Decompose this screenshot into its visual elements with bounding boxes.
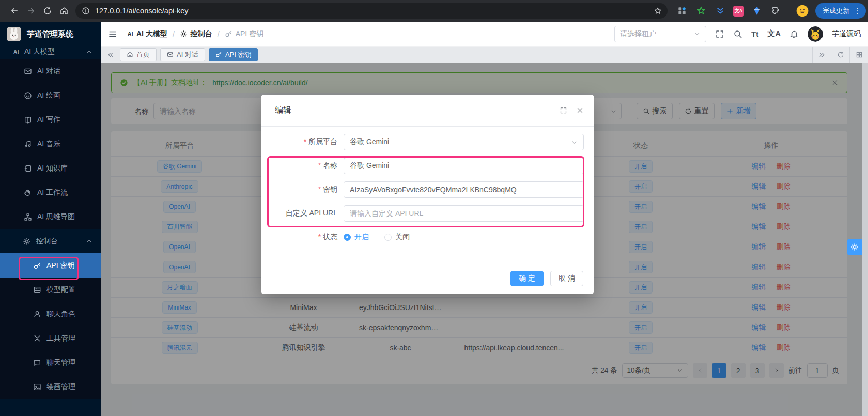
gear-icon [23,237,31,245]
address-bar[interactable]: 127.0.0.1/ai/console/api-key [75,3,668,19]
tenant-select[interactable]: 请选择租户 [614,26,706,42]
sidebar-group-ai[interactable]: AI AI 大模型 [0,44,101,59]
field-status: 状态 开启 关闭 [270,229,584,245]
chevron-down-icon [694,30,701,37]
browser-toolbar: 127.0.0.1/ai/console/api-key 文A 完成更新⋮ [0,0,868,22]
name-label: 名称 [270,161,344,171]
scrollbar[interactable] [862,63,868,416]
settings-drawer-button[interactable] [847,239,862,255]
ai-badge-icon: AI [128,31,133,37]
dialog-close-icon[interactable] [576,106,584,114]
bell-icon[interactable] [789,29,799,39]
fullscreen-icon[interactable] [715,29,724,39]
breadcrumb: AIAI 大模型 / 控制台 / API 密钥 [128,29,264,39]
user-avatar[interactable] [808,26,823,42]
language-icon[interactable]: 文A [767,29,781,39]
bookmark-star-icon[interactable] [651,4,664,18]
hand-icon [24,189,32,197]
sidebar-item-map[interactable]: AI 思维导图 [0,205,101,229]
menu-fold-icon[interactable] [105,26,120,42]
browser-forward-icon[interactable] [23,3,39,19]
sidebar-item-face[interactable]: AI 绘画 [0,83,101,107]
tabs-scroll-left-icon[interactable] [105,48,116,61]
name-input[interactable] [344,158,584,174]
browser-reload-icon[interactable] [39,3,56,19]
gear-icon [180,30,188,38]
profile-emoji-avatar[interactable] [796,5,809,17]
sidebar-item-chat[interactable]: 聊天管理 [0,350,101,375]
url-input[interactable] [344,205,584,222]
tabs-scroll-right-icon[interactable] [812,47,831,63]
chrome-update-button[interactable]: 完成更新⋮ [815,3,866,19]
edit-dialog: 编辑 所属平台 谷歌 Gemini [261,95,594,294]
extensions-puzzle-icon[interactable] [770,5,782,17]
username[interactable]: 芋道源码 [832,29,861,39]
field-url: 自定义 API URL [270,205,584,222]
sidebar: 芋道管理系统 AI AI 大模型 AI 对话 AI 绘画 AI 写作 AI 音乐… [0,22,101,416]
key-input[interactable] [344,181,584,198]
extension-translate-icon[interactable]: 文A [733,6,744,17]
gear-icon [850,243,859,251]
chat-icon [33,359,41,367]
breadcrumb-api-key: API 密钥 [225,29,264,39]
tabs-refresh-icon[interactable] [831,47,849,63]
platform-select[interactable]: 谷歌 Gemini [344,134,584,150]
chevron-up-icon [86,238,92,244]
sidebar-item-abacus[interactable]: 模型配置 [0,278,101,302]
mail-icon [24,67,32,75]
sidebar-item-hand[interactable]: AI 工作流 [0,180,101,205]
cancel-button[interactable]: 取 消 [550,271,583,286]
chevron-up-icon [86,49,92,55]
content-area: 【AI 手册】文档地址： https://doc.iocoder.cn/ai/b… [101,63,868,416]
browser-extensions-area: 文A 完成更新⋮ [676,3,866,19]
dialog-title: 编辑 [275,105,291,116]
sidebar-item-music[interactable]: AI 音乐 [0,132,101,156]
platform-label: 所属平台 [270,137,344,147]
extension-grid-icon[interactable] [676,5,688,17]
breadcrumb-ai[interactable]: AIAI 大模型 [128,29,167,39]
breadcrumb-console[interactable]: 控制台 [180,29,212,39]
sidebar-item-book[interactable]: AI 写作 [0,107,101,132]
browser-home-icon[interactable] [56,3,72,19]
extension-chevrons-icon[interactable] [714,5,726,17]
dialog-fullscreen-icon[interactable] [560,106,567,114]
sidebar-item-note[interactable]: AI 知识库 [0,156,101,180]
site-info-icon[interactable] [82,7,90,15]
tab-ai-chat[interactable]: AI 对话 [160,48,205,61]
app-logo[interactable]: 芋道管理系统 [0,22,101,47]
book-icon [24,116,32,124]
sidebar-group-console[interactable]: 控制台 [0,229,101,253]
tabs-layout-icon[interactable] [849,47,868,63]
tools-icon [33,334,41,343]
sidebar-item-person[interactable]: 聊天角色 [0,302,101,326]
status-label: 状态 [270,233,344,242]
sidebar-item-key[interactable]: API 密钥 [0,253,101,278]
abacus-icon [33,286,41,294]
confirm-button[interactable]: 确 定 [510,271,544,286]
note-icon [24,164,32,173]
tab-bar: 首页 AI 对话 API 密钥 [101,47,868,63]
sidebar-item-tools[interactable]: 工具管理 [0,326,101,350]
breadcrumb-separator: / [218,30,220,38]
url-text[interactable]: 127.0.0.1/ai/console/api-key [95,7,646,15]
status-radio-on[interactable]: 开启 [344,233,369,242]
status-radio-off[interactable]: 关闭 [384,233,410,242]
divider [789,6,789,16]
sidebar-item-img[interactable]: 绘画管理 [0,375,101,399]
sidebar-item-mail[interactable]: AI 对话 [0,59,101,83]
key-icon [33,261,41,270]
extension-gem-icon[interactable] [751,5,763,17]
field-key: 密钥 [270,181,584,198]
page: 127.0.0.1/ai/console/api-key 文A 完成更新⋮ 芋道… [0,0,868,416]
img-icon [33,383,41,391]
browser-menu-icon[interactable]: ⋮ [854,6,861,16]
tab-home[interactable]: 首页 [120,48,157,61]
tab-api-key[interactable]: API 密钥 [209,48,258,61]
search-icon[interactable] [733,29,742,39]
browser-back-icon[interactable] [6,3,23,19]
face-icon [24,91,32,100]
font-size-icon[interactable]: Tt [751,29,758,38]
extension-star-icon[interactable] [695,5,707,17]
field-name: 名称 [270,158,584,174]
radio-unselected-icon [384,234,392,241]
